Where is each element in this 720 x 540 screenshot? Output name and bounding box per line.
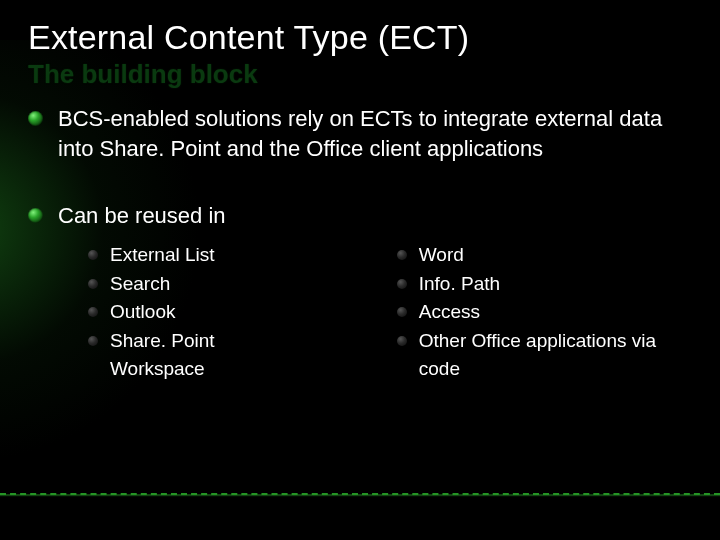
reuse-column-right: Word Info. Path Access Other Office appl…: [397, 241, 692, 384]
dot-bullet-icon: [88, 307, 98, 317]
slide-subtitle: The building block: [28, 59, 692, 90]
list-item: Word: [397, 241, 692, 270]
slide-title: External Content Type (ECT): [28, 18, 692, 57]
dot-bullet-icon: [397, 279, 407, 289]
item-label: Search: [110, 273, 170, 294]
slide: External Content Type (ECT) The building…: [0, 0, 720, 540]
dot-bullet-icon: [88, 250, 98, 260]
item-label: External List: [110, 244, 215, 265]
list-item: Access: [397, 298, 692, 327]
item-label: Word: [419, 244, 464, 265]
sphere-bullet-icon: [28, 111, 43, 126]
list-item: Outlook: [88, 298, 307, 327]
dot-bullet-icon: [397, 307, 407, 317]
item-label: Access: [419, 301, 480, 322]
item-label: Info. Path: [419, 273, 500, 294]
list-item: Info. Path: [397, 270, 692, 299]
dot-bullet-icon: [88, 336, 98, 346]
list-item: Search: [88, 270, 307, 299]
list-item: External List: [88, 241, 307, 270]
sphere-bullet-icon: [28, 208, 43, 223]
list-item: Share. Point Workspace: [88, 327, 307, 384]
item-label: Outlook: [110, 301, 175, 322]
dot-bullet-icon: [397, 336, 407, 346]
main-point-2: Can be reused in External List Search Ou…: [28, 201, 692, 383]
item-label: Other Office applications via code: [419, 330, 656, 380]
main-point-1: BCS-enabled solutions rely on ECTs to in…: [28, 104, 692, 163]
dot-bullet-icon: [88, 279, 98, 289]
main-list: BCS-enabled solutions rely on ECTs to in…: [28, 104, 692, 384]
item-label: Share. Point Workspace: [110, 330, 215, 380]
point-text: BCS-enabled solutions rely on ECTs to in…: [58, 106, 662, 161]
point-text: Can be reused in: [58, 203, 226, 228]
dot-bullet-icon: [397, 250, 407, 260]
reuse-column-left: External List Search Outlook Share. Poin…: [88, 241, 307, 384]
reuse-columns: External List Search Outlook Share. Poin…: [58, 241, 692, 384]
list-item: Other Office applications via code: [397, 327, 692, 384]
